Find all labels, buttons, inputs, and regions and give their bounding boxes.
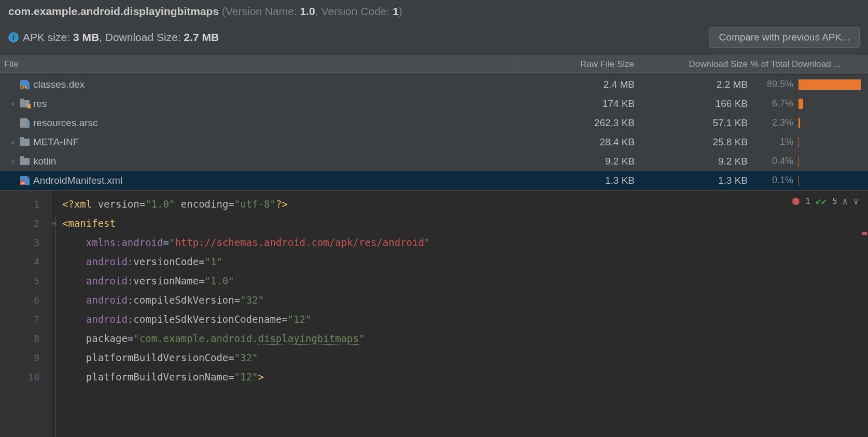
inspection-widget[interactable]: ⬢ 1 ✔✔ 5 ∧ ∨ [792, 196, 859, 207]
file-table-header: File Raw File Size Download Size % of To… [0, 54, 868, 75]
download-size: 25.8 KB [642, 136, 751, 148]
file-name: resources.arsc [33, 117, 98, 129]
table-row[interactable]: ›kotlin9.2 KB9.2 KB0.4% [0, 152, 868, 171]
raw-size: 262.3 KB [517, 117, 642, 129]
col-download-size[interactable]: Download Size [642, 54, 751, 74]
file-table-body: classes.dex2.4 MB2.2 MB89.5%›res174 KB16… [0, 75, 868, 190]
error-count: 1 [805, 196, 810, 206]
xml-file-icon [20, 175, 30, 186]
file-name: kotlin [33, 156, 56, 167]
file-name: META-INF [33, 136, 79, 148]
pct-cell: 0.1% [751, 175, 868, 186]
line-gutter: 12345678910 [0, 190, 52, 437]
raw-size: 2.4 MB [517, 79, 642, 90]
error-stripe[interactable] [862, 232, 867, 235]
folder-icon [20, 156, 30, 167]
pct-cell: 6.7% [751, 98, 868, 109]
compare-apk-button[interactable]: Compare with previous APK... [709, 27, 860, 48]
col-file[interactable]: File [0, 54, 517, 74]
file-name: classes.dex [33, 79, 85, 90]
download-size: 1.3 KB [642, 175, 751, 186]
warning-icon: ✔✔ [816, 196, 827, 207]
folder-icon [20, 99, 30, 109]
raw-size: 1.3 KB [517, 175, 642, 186]
table-row[interactable]: ›res174 KB166 KB6.7% [0, 94, 868, 113]
col-raw-size[interactable]: Raw File Size [517, 54, 642, 74]
expand-chevron-icon[interactable]: › [9, 138, 17, 146]
warning-count: 5 [832, 196, 837, 206]
raw-size: 28.4 KB [517, 136, 642, 148]
download-size: 9.2 KB [642, 156, 751, 167]
raw-size: 9.2 KB [517, 156, 642, 167]
file-name: AndroidManifest.xml [33, 175, 122, 186]
pct-cell: 2.3% [751, 117, 868, 128]
download-size: 166 KB [642, 98, 751, 110]
code-content[interactable]: <?xml version="1.0" encoding="utf-8"?><m… [52, 190, 868, 437]
download-size: 57.1 KB [642, 117, 751, 129]
table-row[interactable]: classes.dex2.4 MB2.2 MB89.5% [0, 75, 868, 94]
code-editor[interactable]: 12345678910 ⊖ <?xml version="1.0" encodi… [0, 190, 868, 437]
arsc-file-icon [20, 118, 30, 128]
dex-file-icon [20, 79, 30, 90]
pct-cell: 89.5% [751, 79, 868, 90]
table-row[interactable]: AndroidManifest.xml1.3 KB1.3 KB0.1% [0, 171, 868, 190]
download-size: 2.2 MB [642, 79, 751, 90]
table-row[interactable]: ›META-INF28.4 KB25.8 KB1% [0, 132, 868, 152]
pct-cell: 1% [751, 136, 868, 147]
table-row[interactable]: resources.arsc262.3 KB57.1 KB2.3% [0, 113, 868, 132]
raw-size: 174 KB [517, 98, 642, 110]
col-pct[interactable]: % of Total Download ... [751, 54, 868, 74]
error-icon: ⬢ [792, 196, 800, 207]
prev-highlight-icon[interactable]: ∧ [842, 196, 848, 207]
apk-header: com.example.android.displayingbitmaps (V… [0, 0, 868, 54]
fold-guide [55, 216, 55, 437]
size-line: i APK size: 3 MB, Download Size: 2.7 MB [8, 31, 219, 44]
file-name: res [33, 98, 47, 110]
info-icon: i [8, 32, 19, 43]
pct-cell: 0.4% [751, 156, 868, 167]
expand-chevron-icon[interactable]: › [9, 157, 17, 165]
package-line: com.example.android.displayingbitmaps (V… [8, 5, 860, 18]
package-name: com.example.android.displayingbitmaps [8, 5, 219, 17]
folder-icon [20, 137, 30, 147]
next-highlight-icon[interactable]: ∨ [853, 196, 859, 207]
expand-chevron-icon[interactable]: › [9, 100, 17, 107]
fold-toggle[interactable]: ⊖ [52, 195, 59, 233]
